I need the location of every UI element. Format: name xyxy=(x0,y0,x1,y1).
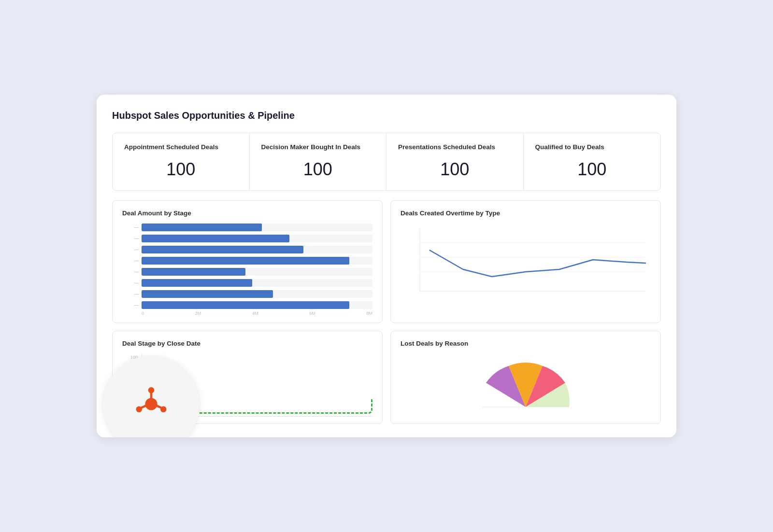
dashboard-title: Hubspot Sales Opportunities & Pipeline xyxy=(112,110,661,121)
chart4-title: Lost Deals by Reason xyxy=(401,340,651,347)
kpi-card-0: Appointment Scheduled Deals 100 xyxy=(113,133,250,190)
bar-label-6: — xyxy=(123,292,139,296)
chart2-title: Deals Created Overtime by Type xyxy=(401,210,651,217)
bar-row-2: — xyxy=(142,246,372,253)
chart-panel-pie: Lost Deals by Reason xyxy=(390,331,661,424)
dashed-connector xyxy=(190,399,372,414)
bar-label-3: — xyxy=(123,258,139,263)
kpi-label-2: Presentations Scheduled Deals xyxy=(398,143,512,152)
bar-row-4: — xyxy=(142,268,372,276)
chart-panel-bar: Deal Amount by Stage ———————— 0 2M 4M 6M… xyxy=(112,200,383,323)
x-axis: 0 2M 4M 6M 8M xyxy=(122,309,372,316)
bar-bg-6 xyxy=(142,290,372,298)
bar-row-5: — xyxy=(142,279,372,287)
kpi-value-2: 100 xyxy=(398,159,512,180)
kpi-value-1: 100 xyxy=(261,159,375,180)
kpi-row: Appointment Scheduled Deals 100 Decision… xyxy=(112,133,661,191)
bar-label-5: — xyxy=(123,280,139,285)
dashboard-card: Hubspot Sales Opportunities & Pipeline A… xyxy=(97,95,676,437)
bar-fill-7 xyxy=(142,301,349,309)
bar-bg-2 xyxy=(142,246,372,253)
kpi-card-3: Qualified to Buy Deals 100 xyxy=(524,133,661,190)
kpi-label-1: Decision Maker Bought In Deals xyxy=(261,143,375,152)
bar-fill-4 xyxy=(142,268,245,276)
line-chart-wrap xyxy=(401,224,651,301)
charts-row-top: Deal Amount by Stage ———————— 0 2M 4M 6M… xyxy=(112,200,661,323)
bar-row-7: — xyxy=(142,301,372,309)
bar-fill-2 xyxy=(142,246,303,253)
bar-row-3: — xyxy=(142,257,372,265)
pie-chart-svg xyxy=(472,354,579,417)
chart-panel-vbar: Deal Stage by Close Date 100 75 50 25 0 xyxy=(112,331,383,424)
kpi-value-0: 100 xyxy=(124,159,238,180)
bar-label-4: — xyxy=(123,269,139,274)
bar-bg-5 xyxy=(142,279,372,287)
pie-wrap xyxy=(401,354,651,417)
bar-fill-6 xyxy=(142,290,273,298)
bar-label-7: — xyxy=(123,303,139,308)
bar-bg-7 xyxy=(142,301,372,309)
chart3-title: Deal Stage by Close Date xyxy=(122,340,372,347)
bar-chart-horiz: ———————— xyxy=(122,224,372,309)
bar-row-0: — xyxy=(142,224,372,231)
kpi-value-3: 100 xyxy=(535,159,649,180)
svg-line-9 xyxy=(157,406,161,407)
kpi-card-1: Decision Maker Bought In Deals 100 xyxy=(250,133,387,190)
bar-bg-1 xyxy=(142,235,372,242)
bar-row-6: — xyxy=(142,290,372,298)
bar-fill-5 xyxy=(142,279,252,287)
bar-bg-3 xyxy=(142,257,372,265)
hubspot-icon xyxy=(129,382,173,426)
kpi-label-3: Qualified to Buy Deals xyxy=(535,143,649,152)
charts-row-bottom: Deal Stage by Close Date 100 75 50 25 0 xyxy=(112,331,661,424)
svg-point-5 xyxy=(145,398,157,410)
bar-bg-4 xyxy=(142,268,372,276)
line-chart-svg xyxy=(401,224,651,301)
bar-label-1: — xyxy=(123,236,139,241)
chart-panel-line: Deals Created Overtime by Type xyxy=(390,200,661,323)
bar-bg-0 xyxy=(142,224,372,231)
kpi-label-0: Appointment Scheduled Deals xyxy=(124,143,238,152)
kpi-card-2: Presentations Scheduled Deals 100 xyxy=(386,133,524,190)
svg-line-11 xyxy=(142,406,145,407)
bar-fill-1 xyxy=(142,235,289,242)
bar-fill-0 xyxy=(142,224,262,231)
bar-fill-3 xyxy=(142,257,349,265)
bar-row-1: — xyxy=(142,235,372,242)
bar-label-2: — xyxy=(123,247,139,252)
chart1-title: Deal Amount by Stage xyxy=(122,210,372,217)
bar-label-0: — xyxy=(123,225,139,230)
